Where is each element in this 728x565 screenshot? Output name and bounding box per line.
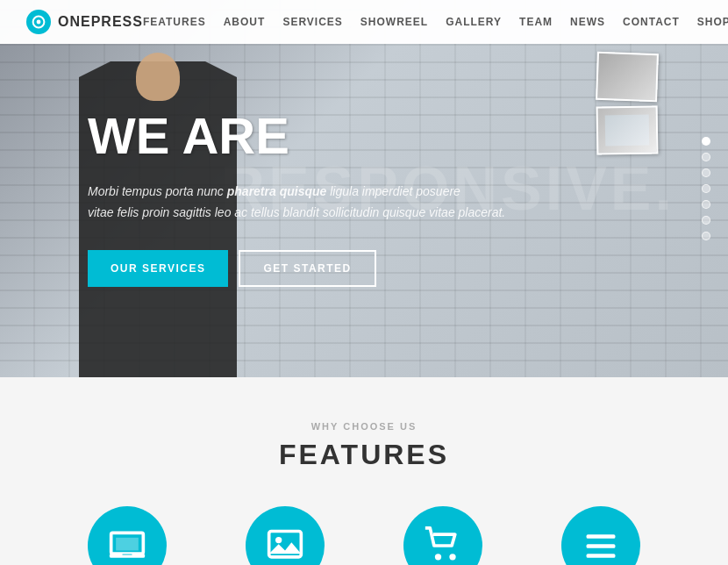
nav-services[interactable]: SERVICES xyxy=(282,16,342,28)
photo-pin-1 xyxy=(596,52,659,102)
nav-team[interactable]: TEAM xyxy=(519,16,553,28)
svg-point-9 xyxy=(449,554,455,560)
hero-content: WE ARE Morbi tempus porta nunc pharetra … xyxy=(0,90,505,286)
nav-showreel[interactable]: SHOWREEL xyxy=(360,16,428,28)
feature-icon-cart xyxy=(403,506,482,565)
feature-icon-image xyxy=(246,506,325,565)
svg-rect-3 xyxy=(116,538,139,551)
features-title: FEATURES xyxy=(26,439,702,471)
feature-setup xyxy=(539,506,662,565)
nav-features[interactable]: FEATURES xyxy=(143,16,206,28)
nav-news[interactable]: NEWS xyxy=(570,16,605,28)
svg-rect-10 xyxy=(587,534,616,539)
svg-point-1 xyxy=(37,20,41,25)
main-nav: FEATURES ABOUT SERVICES SHOWREEL GALLERY… xyxy=(143,16,728,28)
logo[interactable]: ONEPRESS xyxy=(26,10,143,34)
hero-section: RESPONSIVE. WE ARE Morbi tempus porta nu… xyxy=(0,0,728,377)
slide-dot-5[interactable] xyxy=(702,200,710,209)
nav-shop[interactable]: SHOP xyxy=(697,16,728,28)
nav-about[interactable]: ABOUT xyxy=(224,16,266,28)
slide-dots xyxy=(702,137,710,240)
svg-point-7 xyxy=(275,537,282,543)
feature-icon-laptop xyxy=(88,506,167,565)
logo-icon xyxy=(26,10,51,34)
svg-rect-5 xyxy=(123,554,132,555)
nav-contact[interactable]: CONTACT xyxy=(623,16,680,28)
logo-text: ONEPRESS xyxy=(58,14,143,30)
svg-point-8 xyxy=(435,554,441,560)
nav-gallery[interactable]: GALLERY xyxy=(446,16,502,28)
slide-dot-2[interactable] xyxy=(702,153,710,161)
feature-gallery xyxy=(224,506,346,565)
slide-dot-6[interactable] xyxy=(702,216,710,225)
features-section: WHY CHOOSE US FEATURES xyxy=(0,377,728,565)
navbar: ONEPRESS FEATURES ABOUT SERVICES SHOWREE… xyxy=(0,0,728,44)
slide-dot-1[interactable] xyxy=(702,137,710,146)
features-subtitle: WHY CHOOSE US xyxy=(26,421,702,432)
slide-dot-7[interactable] xyxy=(702,232,710,240)
feature-ecommerce xyxy=(382,506,504,565)
photo-pin-2 xyxy=(596,105,659,154)
photo-pins xyxy=(596,53,658,154)
svg-rect-12 xyxy=(587,554,616,558)
our-services-button[interactable]: OUR SERVICES xyxy=(88,250,228,287)
svg-rect-11 xyxy=(587,544,616,548)
slide-dot-3[interactable] xyxy=(702,168,710,177)
feature-icon-menu xyxy=(561,506,640,565)
hero-subtext: Morbi tempus porta nunc pharetra quisque… xyxy=(88,182,505,224)
get-started-button[interactable]: GET STARTED xyxy=(239,250,375,287)
slide-dot-4[interactable] xyxy=(702,184,710,193)
features-grid xyxy=(26,506,702,565)
feature-responsive xyxy=(66,506,189,565)
hero-buttons: OUR SERVICES GET STARTED xyxy=(88,250,505,287)
hero-heading: WE ARE xyxy=(88,108,505,164)
